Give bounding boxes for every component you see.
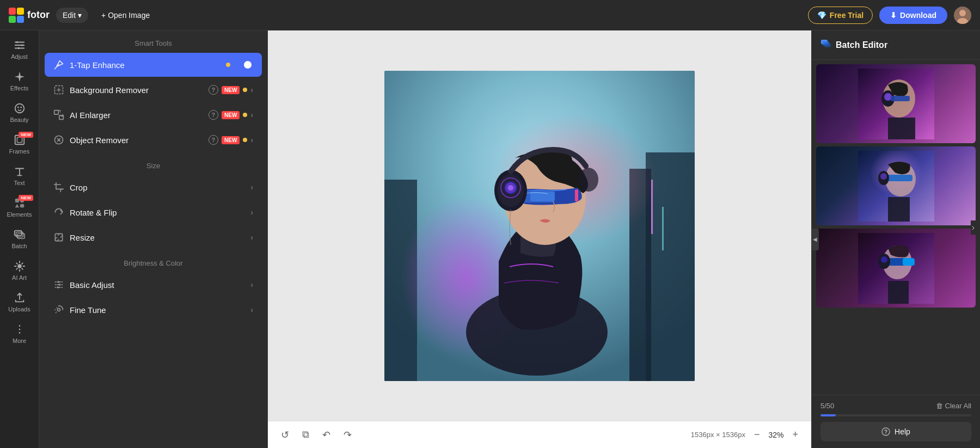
clear-all-label: Clear All (945, 402, 971, 410)
tool-label: AI Enlarger (70, 111, 203, 120)
help-label: Help (895, 427, 910, 436)
toggle-switch[interactable] (234, 59, 253, 70)
thumb-image-3 (858, 233, 934, 304)
tool-basic-adjust[interactable]: Basic Adjust › (45, 273, 262, 297)
zoom-level: 32% (768, 431, 783, 439)
svg-point-37 (58, 309, 60, 311)
help-button[interactable]: Help (820, 422, 971, 441)
sidebar-item-effects[interactable]: Effects (0, 66, 39, 96)
tool-rotate-flip[interactable]: Rotate & Flip › (45, 200, 262, 224)
logo-text: fotor (27, 9, 50, 21)
main-image (384, 71, 695, 381)
download-button[interactable]: ⬇ Download (879, 7, 947, 24)
tool-ai-enlarger[interactable]: AI Enlarger ? NEW › (45, 103, 262, 127)
help-icon[interactable]: ? (209, 85, 218, 95)
sparkle-icon (14, 71, 26, 83)
avatar[interactable] (954, 7, 971, 24)
tool-item-right: ? NEW › (209, 85, 253, 95)
thumbnail-3[interactable] (816, 229, 976, 308)
resize-icon (53, 232, 64, 243)
undo-button[interactable]: ↶ (320, 427, 333, 443)
tool-label: Object Remover (70, 136, 203, 145)
tool-fine-tune[interactable]: Fine Tune › (45, 298, 262, 322)
thumbnail-2[interactable] (816, 146, 976, 225)
sidebar-item-label: Frames (9, 148, 29, 155)
svg-point-10 (15, 104, 24, 113)
sidebar-item-adjust[interactable]: Adjust (0, 35, 39, 64)
collapse-panel-button[interactable]: ◀ (811, 229, 819, 250)
header: fotor Edit ▾ + Open Image 💎 Free Trial ⬇… (0, 0, 980, 30)
sidebar-item-label: Effects (10, 85, 28, 91)
svg-rect-3 (17, 16, 24, 23)
expand-thumbnails-button[interactable]: › (971, 220, 976, 235)
chevron-right-icon: › (250, 305, 253, 314)
svg-point-35 (59, 284, 60, 285)
undo-history-button[interactable]: ↺ (279, 427, 291, 443)
svg-point-5 (959, 10, 966, 16)
sidebar-item-elements[interactable]: NEW Elements (0, 193, 39, 222)
tool-label: Resize (70, 233, 245, 242)
svg-point-61 (579, 168, 598, 192)
tool-label: 1-Tap Enhance (70, 60, 220, 70)
help-icon[interactable]: ? (209, 135, 218, 145)
batch-count: 5/50 (820, 402, 834, 410)
basic-adjust-icon (53, 279, 64, 290)
logo[interactable]: fotor (9, 8, 50, 23)
sidebar-item-text[interactable]: Text (0, 161, 39, 191)
svg-marker-17 (15, 204, 19, 207)
open-image-label: + Open Image (101, 11, 150, 20)
free-trial-button[interactable]: 💎 Free Trial (808, 7, 873, 24)
svg-point-25 (19, 332, 20, 334)
svg-point-7 (16, 41, 18, 44)
icon-sidebar: Adjust Effects Beauty NEW Frames Text NE… (0, 30, 39, 448)
thumb-inner-2 (816, 146, 976, 225)
magic-wand-icon (53, 59, 64, 70)
new-badge: NEW (222, 86, 240, 94)
open-image-button[interactable]: + Open Image (95, 8, 156, 23)
sidebar-item-batch[interactable]: Batch (0, 224, 39, 254)
image-size-label: 1536px × 1536px (691, 431, 745, 439)
batch-icon (820, 38, 831, 49)
edit-button[interactable]: Edit ▾ (56, 8, 88, 23)
clear-all-button[interactable]: 🗑 Clear All (936, 402, 971, 410)
tool-label: Background Remover (70, 85, 203, 95)
sidebar-item-label: Uploads (8, 306, 30, 312)
tool-background-remover[interactable]: Background Remover ? NEW › (45, 78, 262, 102)
ai-icon (14, 260, 26, 272)
svg-point-68 (884, 93, 892, 101)
help-icon[interactable]: ? (209, 110, 218, 120)
chevron-right-icon: › (250, 208, 253, 217)
new-badge: NEW (222, 111, 240, 119)
tool-crop[interactable]: Crop › (45, 175, 262, 199)
chevron-right-icon: › (250, 111, 253, 119)
thumbnail-1[interactable] (816, 64, 976, 143)
tool-one-tap-enhance[interactable]: 1-Tap Enhance (45, 53, 262, 77)
layers-button[interactable]: ⧉ (300, 427, 311, 443)
svg-point-34 (58, 281, 59, 283)
sidebar-item-more[interactable]: More (0, 319, 39, 348)
batch-icon (14, 229, 26, 241)
svg-point-22 (17, 264, 21, 268)
svg-rect-78 (888, 197, 910, 222)
toolbar-left: ↺ ⧉ ↶ ↷ (279, 427, 354, 443)
sidebar-item-beauty[interactable]: Beauty (0, 98, 39, 127)
tool-object-remover[interactable]: Object Remover ? NEW › (45, 128, 262, 152)
zoom-in-button[interactable]: + (790, 427, 800, 443)
header-right: 💎 Free Trial ⬇ Download (808, 7, 971, 24)
svg-point-8 (21, 44, 23, 46)
chevron-right-icon: › (250, 233, 253, 242)
svg-point-11 (17, 107, 19, 108)
sidebar-item-uploads[interactable]: Uploads (0, 287, 39, 317)
sidebar-item-frames[interactable]: NEW Frames (0, 130, 39, 159)
rotate-icon (53, 207, 64, 218)
toolbar-right: 1536px × 1536px − 32% + (691, 427, 800, 443)
zoom-out-button[interactable]: − (752, 427, 762, 443)
main-area: Adjust Effects Beauty NEW Frames Text NE… (0, 30, 980, 448)
sidebar-item-ai-art[interactable]: AI Art (0, 256, 39, 285)
tool-resize[interactable]: Resize › (45, 225, 262, 249)
chevron-right-icon: › (250, 136, 253, 144)
redo-button[interactable]: ↷ (341, 427, 354, 443)
svg-rect-2 (9, 16, 16, 23)
upload-icon (14, 292, 26, 304)
chevron-down-icon: ▾ (78, 11, 82, 20)
